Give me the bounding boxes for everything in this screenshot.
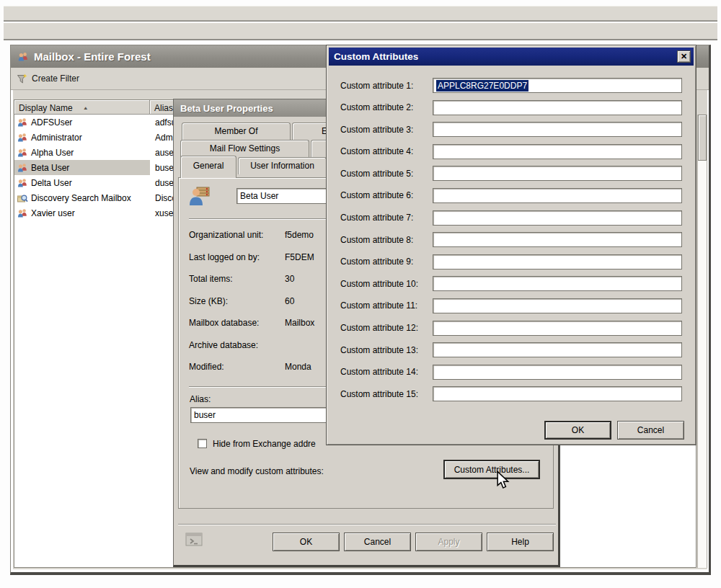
user-icon <box>17 147 28 159</box>
second-toolbar-strip <box>4 23 717 40</box>
custom-attribute-label: Custom attribute 7: <box>340 213 433 223</box>
dialog-title: Beta User Properties <box>180 103 273 114</box>
display-name-cell: Xavier user <box>31 208 75 218</box>
display-name-cell: Delta User <box>31 178 72 188</box>
custom-attribute-input[interactable] <box>433 188 682 203</box>
custom-attribute-label: Custom attribute 5: <box>340 169 433 179</box>
custom-attribute-row: Custom attribute 6: <box>340 188 682 203</box>
close-icon[interactable]: ✕ <box>677 50 691 63</box>
tab-user-information[interactable]: User Information <box>238 157 327 174</box>
ok-button[interactable]: OK <box>273 533 340 551</box>
custom-attribute-row: Custom attribute 10: <box>340 276 682 291</box>
custom-attribute-input[interactable] <box>433 298 682 313</box>
custom-attribute-input[interactable] <box>433 122 682 137</box>
custom-attribute-row: Custom attribute 14: <box>340 365 682 380</box>
create-filter-icon <box>17 74 27 84</box>
display-name-cell: ADFSUser <box>31 117 72 128</box>
custom-attribute-input[interactable] <box>433 166 682 181</box>
custom-attribute-row: Custom attribute 7: <box>340 210 682 226</box>
custom-attribute-row: Custom attribute 11: <box>340 298 682 313</box>
field-label: Organizational unit: <box>189 230 285 252</box>
custom-attribute-label: Custom attribute 3: <box>340 125 433 135</box>
display-name-cell: Beta User <box>31 163 69 173</box>
divider <box>178 524 556 525</box>
custom-attributes-titlebar[interactable]: Custom Attributes ✕ <box>329 48 694 66</box>
cancel-button[interactable]: Cancel <box>344 533 411 551</box>
mouse-cursor-icon <box>495 471 510 489</box>
custom-attribute-input[interactable] <box>433 365 682 380</box>
custom-attribute-label: Custom attribute 15: <box>340 389 433 399</box>
custom-attribute-input[interactable] <box>433 386 682 401</box>
mailbox-window-icon <box>17 51 29 63</box>
custom-attribute-row: Custom attribute 8: <box>340 232 682 247</box>
display-name-cell: Discovery Search Mailbox <box>31 193 131 203</box>
scrollbar-thumb[interactable] <box>698 115 707 161</box>
custom-attribute-label: Custom attribute 8: <box>340 235 433 245</box>
custom-attribute-label: Custom attribute 13: <box>340 345 433 355</box>
custom-attribute-row: Custom attribute 9: <box>340 254 682 270</box>
field-label: Mailbox database: <box>189 318 285 340</box>
custom-attribute-row: Custom attribute 1: APPLC8RG27E0DDP7 <box>340 78 682 93</box>
custom-attribute-input[interactable] <box>433 100 682 115</box>
hide-from-address-label: Hide from Exchange addre <box>213 439 316 449</box>
custom-attribute-label: Custom attribute 12: <box>340 323 433 333</box>
custom-attribute-input[interactable] <box>433 342 682 357</box>
custom-attribute-row: Custom attribute 5: <box>340 166 682 181</box>
custom-attribute-input[interactable] <box>433 210 682 226</box>
custom-attribute-row: Custom attribute 15: <box>340 386 682 401</box>
custom-attribute-label: Custom attribute 1: <box>340 81 433 91</box>
alias-label: Alias: <box>190 394 211 404</box>
custom-attributes-button[interactable]: Custom Attributes... <box>443 460 540 479</box>
custom-attribute-value: APPLC8RG27E0DDP7 <box>436 80 528 92</box>
user-icon <box>17 162 28 174</box>
custom-attribute-label: Custom attribute 4: <box>340 146 433 156</box>
column-header-display-name[interactable]: Display Name ▲ <box>14 100 150 115</box>
custom-attribute-label: Custom attribute 11: <box>340 300 433 311</box>
hide-from-address-checkbox[interactable] <box>198 439 207 448</box>
custom-attribute-row: Custom attribute 13: <box>340 342 682 357</box>
dialog-title: Custom Attributes <box>334 51 418 62</box>
custom-attribute-label: Custom attribute 6: <box>340 190 433 200</box>
shell-command-icon[interactable] <box>185 533 203 548</box>
display-name-cell: Alpha User <box>31 148 74 158</box>
custom-attribute-input[interactable] <box>433 254 682 270</box>
vertical-scrollbar[interactable] <box>697 115 707 568</box>
custom-attribute-input[interactable] <box>433 232 682 247</box>
discovery-search-icon <box>17 192 28 204</box>
window-title: Mailbox - Entire Forest <box>34 50 151 63</box>
field-label: Last logged on by: <box>189 252 285 275</box>
help-button[interactable]: Help <box>487 533 554 551</box>
custom-attribute-label: Custom attribute 9: <box>340 257 433 267</box>
custom-attribute-label: Custom attribute 14: <box>340 367 433 377</box>
field-label: Size (KB): <box>189 296 285 318</box>
ok-button[interactable]: OK <box>544 421 611 440</box>
custom-attributes-prompt: View and modify custom attributes: <box>190 466 324 476</box>
custom-attribute-row: Custom attribute 4: <box>340 144 682 159</box>
field-label: Modified: <box>189 362 285 384</box>
tab-general[interactable]: General <box>180 156 236 178</box>
user-icon <box>17 177 28 189</box>
user-icon <box>17 132 28 143</box>
field-label: Total items: <box>189 274 285 296</box>
custom-attribute-input[interactable] <box>433 321 682 336</box>
custom-attribute-label: Custom attribute 10: <box>340 279 433 289</box>
cancel-button[interactable]: Cancel <box>617 421 684 440</box>
create-filter-button[interactable]: Create Filter <box>32 74 79 84</box>
custom-attribute-row: Custom attribute 3: <box>340 122 682 137</box>
custom-attribute-input[interactable] <box>433 276 682 291</box>
tab-mail-flow-settings[interactable]: Mail Flow Settings <box>180 140 309 157</box>
field-label: Archive database: <box>189 340 285 362</box>
custom-attribute-input[interactable] <box>433 144 682 159</box>
custom-attribute-label: Custom attribute 2: <box>340 102 433 112</box>
user-mailbox-icon <box>188 185 211 207</box>
custom-attributes-dialog: Custom Attributes ✕ Custom attribute 1: … <box>326 45 696 445</box>
tab-member-of[interactable]: Member Of <box>182 122 291 140</box>
user-icon <box>17 117 28 128</box>
custom-attribute-row: Custom attribute 2: <box>340 100 682 115</box>
custom-attribute-input[interactable]: APPLC8RG27E0DDP7 <box>433 78 682 93</box>
apply-button[interactable]: Apply <box>415 533 482 551</box>
top-toolbar-strip <box>4 6 717 22</box>
custom-attribute-row: Custom attribute 12: <box>340 321 682 336</box>
user-icon <box>17 208 28 219</box>
display-name-cell: Administrator <box>31 133 82 143</box>
